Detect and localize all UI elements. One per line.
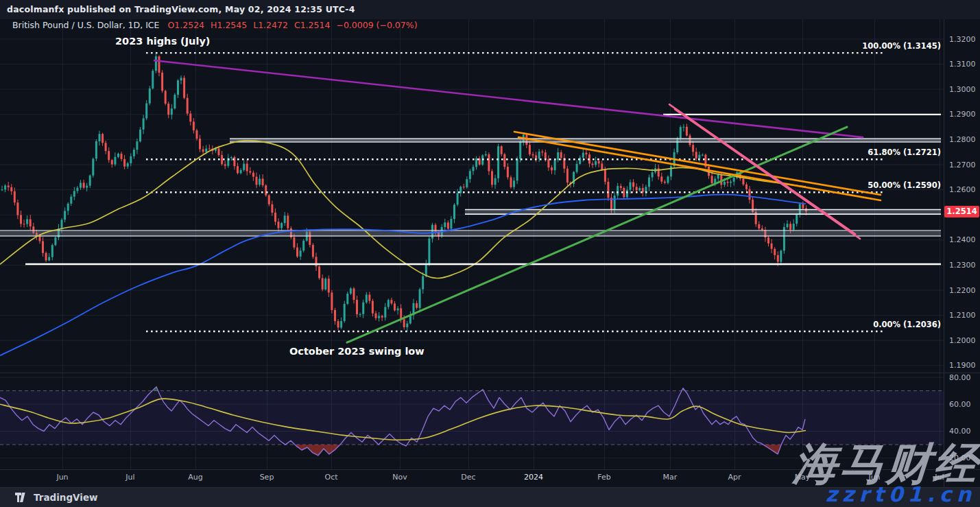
ohlc-high: H1.2545: [211, 20, 247, 30]
pink-channel-lower[interactable]: [675, 109, 860, 239]
fib-level-label: 100.00% (1.3145): [862, 41, 941, 51]
chart-annotations: 2023 highs (July)October 2023 swing low1…: [115, 36, 941, 357]
fib-level-label: 61.80% (1.2721): [868, 148, 941, 157]
fib-retracement[interactable]: [146, 53, 883, 331]
annotation-label: October 2023 swing low: [289, 346, 425, 357]
symbol-title[interactable]: British Pound / U.S. Dollar, 1D, ICE: [12, 20, 159, 30]
publish-info-text: dacolmanfx published on TradingView.com,…: [7, 4, 355, 14]
ohlc-low: L1.2472: [253, 20, 288, 30]
zone-1.2510: [465, 210, 941, 215]
tradingview-chart-page: dacolmanfx published on TradingView.com,…: [0, 0, 980, 507]
price-change: −0.0009 (−0.07%): [336, 20, 417, 30]
annotation-label: 2023 highs (July): [115, 36, 210, 47]
candles-layer: [1, 54, 808, 332]
rsi-band: [0, 391, 944, 445]
watermark-chinese: 海马财经: [792, 442, 980, 486]
watermark-url: zzrt01.cn: [826, 483, 976, 507]
publish-info-bar: dacolmanfx published on TradingView.com,…: [0, 0, 980, 19]
price-zones[interactable]: [0, 139, 941, 236]
tradingview-logo-icon[interactable]: [15, 493, 28, 502]
zone-1.2425: [0, 231, 941, 236]
symbol-legend[interactable]: British Pound / U.S. Dollar, 1D, ICEO1.2…: [12, 20, 418, 30]
ohlc-close: C1.2514: [294, 20, 330, 30]
purple-downtrend-from-2023-high[interactable]: [154, 60, 863, 137]
zone-1.2800: [230, 139, 941, 142]
fib-level-label: 50.00% (1.2590): [868, 180, 941, 190]
tradingview-logo-text[interactable]: TradingView: [34, 492, 98, 503]
fib-level-label: 0.00% (1.2036): [873, 320, 941, 329]
ohlc-open: O1.2524: [167, 20, 204, 30]
chart-canvas[interactable]: 2023 highs (July)October 2023 swing low1…: [0, 0, 980, 507]
